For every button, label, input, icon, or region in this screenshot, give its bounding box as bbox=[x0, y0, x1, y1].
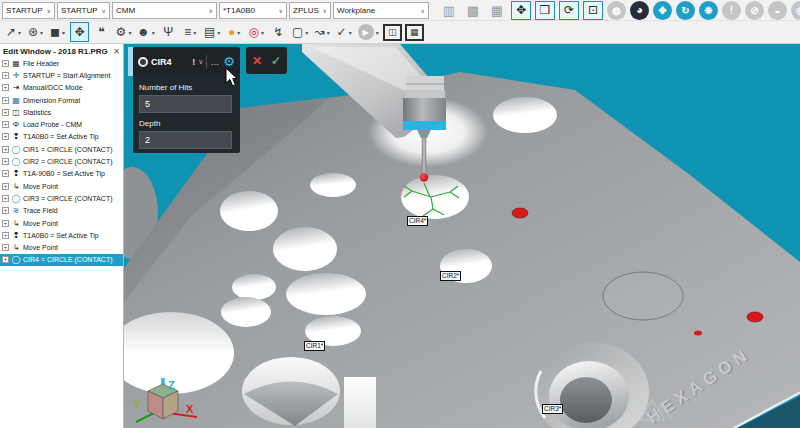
tree-item[interactable]: + ◯ CIR4 = CIRCLE (CONTACT) bbox=[0, 254, 123, 266]
tree-item[interactable]: + ↳ Move Point bbox=[0, 241, 123, 253]
toolbar-icon-button[interactable]: ✥ bbox=[653, 1, 672, 20]
expand-icon[interactable]: + bbox=[2, 220, 9, 227]
feature-label[interactable]: CIR4* bbox=[407, 216, 428, 226]
expand-icon[interactable]: + bbox=[2, 60, 9, 67]
expand-icon[interactable]: + bbox=[2, 97, 9, 104]
feature-type-icon: Φ bbox=[11, 120, 21, 129]
toolbar-icon-button[interactable]: ◍ bbox=[607, 1, 626, 20]
toolbar-icon-button[interactable]: ↯ bbox=[269, 22, 288, 42]
tree-item[interactable]: + ❢ T1A0B0 = Set Active Tip bbox=[0, 131, 123, 143]
toolbar-icon-button[interactable]: ❝ bbox=[92, 22, 111, 42]
tree-item[interactable]: + ❢ T1A0B0 = Set Active Tip bbox=[0, 229, 123, 241]
feature-label[interactable]: CIR3* bbox=[542, 404, 563, 414]
expand-icon[interactable]: + bbox=[2, 158, 9, 165]
toolbar-icon-button[interactable]: ▩ bbox=[463, 1, 483, 20]
expand-icon[interactable]: + bbox=[2, 195, 9, 202]
toolbar-icon-button[interactable]: ◕ bbox=[630, 1, 649, 20]
toolbar-combo[interactable]: STARTUP ∨ bbox=[2, 2, 55, 19]
toolbar-icon-button[interactable]: ▦ bbox=[487, 1, 507, 20]
toolbar-icon-button[interactable]: ▶ bbox=[357, 22, 380, 42]
toolbar-icon-button[interactable]: ▥ bbox=[439, 1, 459, 20]
toolbar-combo[interactable]: STARTUP ∨ bbox=[57, 2, 110, 19]
toolbar-icon-button[interactable]: Ψ bbox=[159, 22, 178, 42]
tree-item[interactable]: + ✛ STARTUP = Start Alignment bbox=[0, 69, 123, 81]
toolbar-icon: ↻ bbox=[681, 5, 689, 16]
toolbar-icon-button[interactable]: ↻ bbox=[676, 1, 695, 20]
chevron-down-icon[interactable]: ∨ bbox=[198, 58, 203, 66]
expand-icon[interactable]: + bbox=[2, 170, 9, 177]
toolbar-icon-button[interactable]: ✓ bbox=[335, 22, 354, 42]
expand-icon[interactable]: + bbox=[2, 133, 9, 140]
toolbar-icon-button[interactable]: ◼ bbox=[48, 22, 67, 42]
toolbar-combo[interactable]: CMM ∨ bbox=[112, 2, 217, 19]
toolbar-icon: ▩ bbox=[467, 3, 479, 18]
tree-item[interactable]: + ⇥ Manual/DCC Mode bbox=[0, 82, 123, 94]
toolbar-icon-button[interactable]: ✥ bbox=[70, 22, 89, 42]
toolbar-icon: ↯ bbox=[273, 25, 283, 39]
toolbar-combo[interactable]: *T1A0B0 ∨ bbox=[219, 2, 287, 19]
depth-input[interactable] bbox=[139, 131, 232, 149]
toolbar-icon-button[interactable]: ▤ bbox=[203, 22, 222, 42]
cancel-button[interactable]: ✕ bbox=[252, 55, 262, 67]
feature-type-icon: ◫ bbox=[11, 108, 21, 117]
tree-item[interactable]: + ◯ CIR1 = CIRCLE (CONTACT) bbox=[0, 143, 123, 155]
toolbar-icon-button[interactable]: ❉ bbox=[699, 1, 718, 20]
expand-icon[interactable]: + bbox=[2, 72, 9, 79]
tree-item[interactable]: + ◫ Statistics bbox=[0, 106, 123, 118]
hits-input[interactable] bbox=[139, 95, 232, 113]
expand-icon[interactable]: + bbox=[2, 146, 9, 153]
toolbar-icon: ▶ bbox=[358, 24, 374, 40]
toolbar-icon-button[interactable]: ◒ bbox=[768, 1, 787, 20]
toolbar-icon-button[interactable]: ⚙ bbox=[114, 22, 133, 42]
tree-item[interactable]: + ↳ Move Point bbox=[0, 180, 123, 192]
cir4-hole[interactable] bbox=[401, 175, 469, 219]
toolbar-icon: ▤ bbox=[204, 25, 215, 39]
expand-icon[interactable]: + bbox=[2, 183, 9, 190]
tree-item[interactable]: + ▦ Dimension Format bbox=[0, 94, 123, 106]
toolbar-icon-button[interactable]: ☻ bbox=[136, 22, 156, 42]
tree-item[interactable]: + ≋ Trace Field bbox=[0, 205, 123, 217]
expand-icon[interactable]: + bbox=[2, 207, 9, 214]
tree-item[interactable]: + ❢ T1A-90B0 = Set Active Tip bbox=[0, 168, 123, 180]
toolbar-icon-button[interactable]: ≡ bbox=[181, 22, 200, 42]
expand-icon[interactable]: + bbox=[2, 109, 9, 116]
toolbar-icon-button[interactable]: ▦ bbox=[405, 24, 424, 41]
toolbar-icon-button[interactable]: ❒ bbox=[535, 1, 555, 20]
divider bbox=[206, 55, 207, 69]
toolbar-icon-button[interactable]: ! bbox=[722, 1, 741, 20]
toolbar-icon-button[interactable]: ↗ bbox=[4, 22, 23, 42]
toolbar-icon-button[interactable]: ◎ bbox=[247, 22, 266, 42]
toolbar-icon-button[interactable]: ✥ bbox=[511, 1, 531, 20]
toolbar-icon: ⊘ bbox=[750, 5, 758, 16]
probe-icon[interactable]: ! bbox=[192, 57, 195, 67]
more-options-button[interactable]: … bbox=[210, 57, 220, 67]
toolbar-icon-button[interactable]: ⊘ bbox=[745, 1, 764, 20]
feature-dialog-header[interactable]: CIR4 ! ∨ … ⚙ bbox=[133, 47, 240, 76]
feature-label[interactable]: CIR2* bbox=[440, 271, 461, 281]
expand-icon[interactable]: + bbox=[2, 232, 9, 239]
feature-label[interactable]: CIR1* bbox=[304, 341, 325, 351]
toolbar-icon-button[interactable]: ◎ bbox=[791, 1, 800, 20]
toolbar-icon: ☻ bbox=[137, 25, 150, 39]
toolbar-combo[interactable]: Workplane ∨ bbox=[333, 2, 429, 19]
toolbar-icon-button[interactable]: ◫ bbox=[383, 24, 402, 41]
expand-icon[interactable]: + bbox=[2, 121, 9, 128]
toolbar-icon-button[interactable]: ⊛ bbox=[26, 22, 45, 42]
feature-type-icon: ◯ bbox=[11, 157, 21, 166]
expand-icon[interactable]: + bbox=[2, 256, 9, 263]
tree-item[interactable]: + ↳ Move Point bbox=[0, 217, 123, 229]
tree-item[interactable]: + Φ Load Probe - CMM bbox=[0, 118, 123, 130]
toolbar-icon-button[interactable]: ● bbox=[225, 22, 244, 42]
tree-item[interactable]: + ◯ CIR3 = CIRCLE (CONTACT) bbox=[0, 192, 123, 204]
tree-item[interactable]: + ▦ File Header bbox=[0, 57, 123, 69]
tree-item[interactable]: + ◯ CIR2 = CIRCLE (CONTACT) bbox=[0, 155, 123, 167]
expand-icon[interactable]: + bbox=[2, 244, 9, 251]
toolbar-icon-button[interactable]: ▢ bbox=[291, 22, 310, 42]
toolbar-icon-button[interactable]: ↝ bbox=[313, 22, 332, 42]
close-icon[interactable]: ✕ bbox=[113, 47, 120, 56]
expand-icon[interactable]: + bbox=[2, 84, 9, 91]
toolbar-icon-button[interactable]: ⊡ bbox=[583, 1, 603, 20]
confirm-button[interactable]: ✓ bbox=[271, 55, 281, 67]
toolbar-combo[interactable]: ZPLUS ∨ bbox=[289, 2, 331, 19]
toolbar-icon-button[interactable]: ⟳ bbox=[559, 1, 579, 20]
